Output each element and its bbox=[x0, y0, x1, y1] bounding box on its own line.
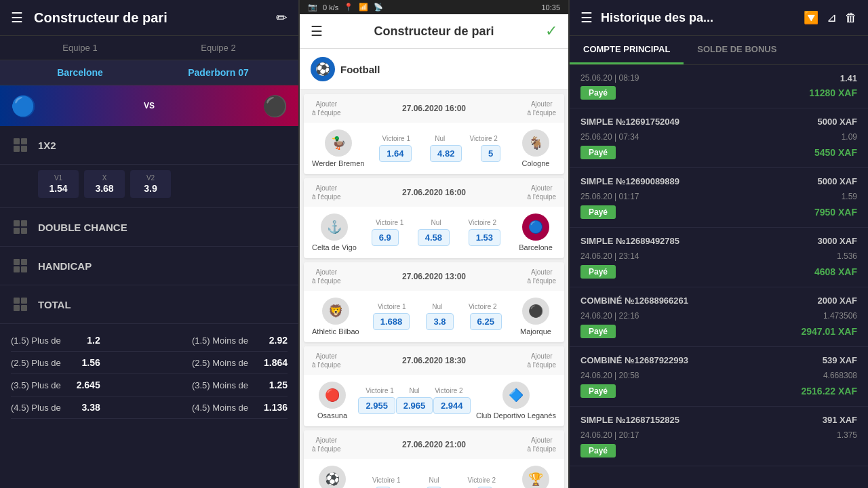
trash-icon[interactable]: 🗑 bbox=[845, 11, 857, 25]
history-status-6: Payé bbox=[580, 444, 616, 458]
add-away-team-2[interactable]: Ajouterà l'équipe bbox=[528, 184, 557, 201]
odd-v2-1[interactable]: 5 bbox=[481, 145, 500, 162]
history-gain-2: 7950 XAF bbox=[814, 207, 857, 218]
odd-v2[interactable]: V2 3.9 bbox=[130, 170, 171, 198]
edit-icon[interactable]: ✏ bbox=[276, 9, 288, 26]
odd-nul-1[interactable]: 4.82 bbox=[430, 145, 462, 162]
home-logo-5: ⚽ bbox=[319, 466, 346, 488]
add-home-team-2[interactable]: Ajouterà l'équipe bbox=[312, 184, 341, 201]
wifi-icon: 📶 bbox=[359, 3, 368, 12]
home-logo-2: ⚓ bbox=[321, 214, 348, 241]
odd-nul-2[interactable]: 4.58 bbox=[418, 229, 450, 246]
home-name-4: Osasuna bbox=[317, 411, 347, 420]
over-label-4: (4.5) Plus de bbox=[11, 403, 61, 413]
add-home-team-1[interactable]: Ajouterà l'équipe bbox=[312, 100, 341, 117]
team1-column-header: Equipe 1 bbox=[11, 43, 149, 53]
history-item-0: 25.06.20 | 08:19 1.41 Payé 11280 XAF bbox=[570, 65, 868, 108]
add-away-team-4[interactable]: Ajouterà l'équipe bbox=[528, 352, 557, 369]
right-tabs: COMPTE PRINCIPAL SOLDE DE BONUS bbox=[570, 36, 868, 65]
page-title: Constructeur de pari bbox=[34, 10, 265, 26]
odd-label-nul-2: Nul bbox=[431, 219, 441, 226]
status-bar: 📷 0 k/s 📍 📶 📡 10:35 bbox=[300, 0, 568, 14]
add-away-team-1[interactable]: Ajouterà l'équipe bbox=[528, 100, 557, 117]
bet-type-total[interactable]: TOTAL bbox=[0, 285, 298, 324]
history-item-6: SIMPLE №12687152825 391 XAF 24.06.20 | 2… bbox=[570, 407, 868, 466]
odd-x[interactable]: X 3.68 bbox=[84, 170, 125, 198]
under-val-4: 1.136 bbox=[254, 402, 288, 413]
add-home-team-5[interactable]: Ajouterà l'équipe bbox=[312, 436, 341, 453]
history-status-2: Payé bbox=[580, 205, 616, 219]
history-list: 25.06.20 | 08:19 1.41 Payé 11280 XAF SIM… bbox=[570, 65, 868, 488]
away-logo-1: 🐐 bbox=[522, 129, 549, 157]
history-status-4: Payé bbox=[580, 325, 616, 338]
match-time-4: 27.06.2020 18:30 bbox=[402, 356, 466, 365]
odd-v1-2[interactable]: 6.9 bbox=[372, 229, 399, 246]
match-card-5: Ajouterà l'équipe 27.06.2020 21:00 Ajout… bbox=[304, 430, 564, 488]
filter-icon[interactable]: 🔽 bbox=[804, 10, 818, 25]
right-header: ☰ Historique des pa... 🔽 ⊿ 🗑 bbox=[570, 0, 868, 36]
odd-v2-2[interactable]: 1.53 bbox=[469, 229, 500, 246]
teams-header: Equipe 1 Equipe 2 bbox=[0, 36, 298, 60]
bet-type-1x2[interactable]: 1X2 bbox=[0, 126, 298, 165]
odd-v2-4[interactable]: 2.944 bbox=[433, 397, 471, 414]
history-amount-4: 2000 XAF bbox=[817, 296, 857, 306]
bet-icon-total bbox=[11, 295, 30, 314]
right-hamburger-icon[interactable]: ☰ bbox=[580, 9, 593, 26]
mid-hamburger-icon[interactable]: ☰ bbox=[311, 23, 323, 39]
history-status-1: Payé bbox=[580, 146, 616, 159]
match-card-1: Ajouterà l'équipe 27.06.2020 16:00 Ajout… bbox=[304, 94, 564, 174]
under-val-3: 1.25 bbox=[254, 380, 288, 390]
odd-v1-3[interactable]: 1.688 bbox=[373, 313, 410, 330]
odd-label-nul-3: Nul bbox=[432, 303, 442, 310]
history-odds-4: 1.473506 bbox=[823, 311, 857, 321]
bet-type-handicap[interactable]: HANDICAP bbox=[0, 247, 298, 285]
history-id-3: SIMPLE №12689492785 bbox=[580, 236, 679, 246]
odd-nul-4[interactable]: 2.965 bbox=[396, 397, 433, 414]
odd-v1-4[interactable]: 2.955 bbox=[358, 397, 395, 414]
under-val-2: 1.864 bbox=[254, 357, 288, 368]
match-header-5: Ajouterà l'équipe 27.06.2020 21:00 Ajout… bbox=[304, 430, 564, 459]
home-name-2: Celta de Vigo bbox=[312, 243, 357, 251]
add-away-team-3[interactable]: Ajouterà l'équipe bbox=[528, 268, 557, 285]
odd-v1[interactable]: V1 1.54 bbox=[38, 170, 79, 198]
funnel-icon[interactable]: ⊿ bbox=[827, 10, 837, 25]
left-header: ☰ Constructeur de pari ✏ bbox=[0, 0, 298, 36]
total-row-3: (3.5) Plus de 2.645 (3.5) Moins de 1.25 bbox=[11, 374, 288, 396]
odd-v1-1[interactable]: 1.64 bbox=[379, 145, 411, 162]
add-home-team-4[interactable]: Ajouterà l'équipe bbox=[312, 352, 341, 369]
over-label-1: (1.5) Plus de bbox=[11, 336, 61, 346]
add-away-team-5[interactable]: Ajouterà l'équipe bbox=[528, 436, 557, 453]
history-item-1: SIMPLE №12691752049 5000 XAF 25.06.20 | … bbox=[570, 108, 868, 168]
over-val-4: 3.38 bbox=[66, 402, 100, 413]
total-row-4: (4.5) Plus de 3.38 (4.5) Moins de 1.136 bbox=[11, 396, 288, 419]
odd-label-v1-1: Victoire 1 bbox=[382, 135, 411, 142]
over-label-2: (2.5) Plus de bbox=[11, 358, 61, 368]
bet-label-1x2: 1X2 bbox=[38, 140, 288, 151]
history-date-1: 25.06.20 | 07:34 bbox=[580, 132, 639, 142]
left-panel: ☰ Constructeur de pari ✏ Equipe 1 Equipe… bbox=[0, 0, 298, 488]
bet-section: 1X2 V1 1.54 X 3.68 V2 3.9 bbox=[0, 126, 298, 488]
away-name-3: Majorque bbox=[520, 327, 551, 336]
tab-bonus[interactable]: SOLDE DE BONUS bbox=[684, 36, 790, 64]
history-gain-0: 11280 XAF bbox=[809, 87, 857, 98]
odd-nul-3[interactable]: 3.8 bbox=[426, 313, 453, 330]
middle-header: ☰ Constructeur de pari ✓ bbox=[300, 14, 568, 49]
away-team-2: 🔵 Barcelone bbox=[515, 214, 556, 251]
history-amount-1: 5000 XAF bbox=[817, 117, 857, 127]
match-odds-1: Victoire 1 Nul Victoire 2 1.64 4.82 5 bbox=[364, 135, 515, 162]
bet-type-double-chance[interactable]: DOUBLE CHANCE bbox=[0, 208, 298, 247]
history-status-0: Payé bbox=[580, 86, 616, 100]
history-odds-1: 1.09 bbox=[842, 132, 857, 142]
bet-icon-double-chance bbox=[11, 218, 30, 237]
under-label-1: (1.5) Moins de bbox=[192, 336, 248, 346]
confirm-button[interactable]: ✓ bbox=[545, 22, 557, 40]
tab-principal[interactable]: COMPTE PRINCIPAL bbox=[570, 36, 684, 64]
bet-label-total: TOTAL bbox=[38, 299, 288, 310]
odd-v2-3[interactable]: 6.25 bbox=[470, 313, 502, 330]
total-row-2: (2.5) Plus de 1.56 (2.5) Moins de 1.864 bbox=[11, 352, 288, 374]
history-gain-4: 2947.01 XAF bbox=[802, 326, 858, 337]
history-status-3: Payé bbox=[580, 265, 616, 279]
add-home-team-3[interactable]: Ajouterà l'équipe bbox=[312, 268, 341, 285]
time: 10:35 bbox=[541, 3, 560, 12]
hamburger-icon[interactable]: ☰ bbox=[11, 9, 23, 26]
